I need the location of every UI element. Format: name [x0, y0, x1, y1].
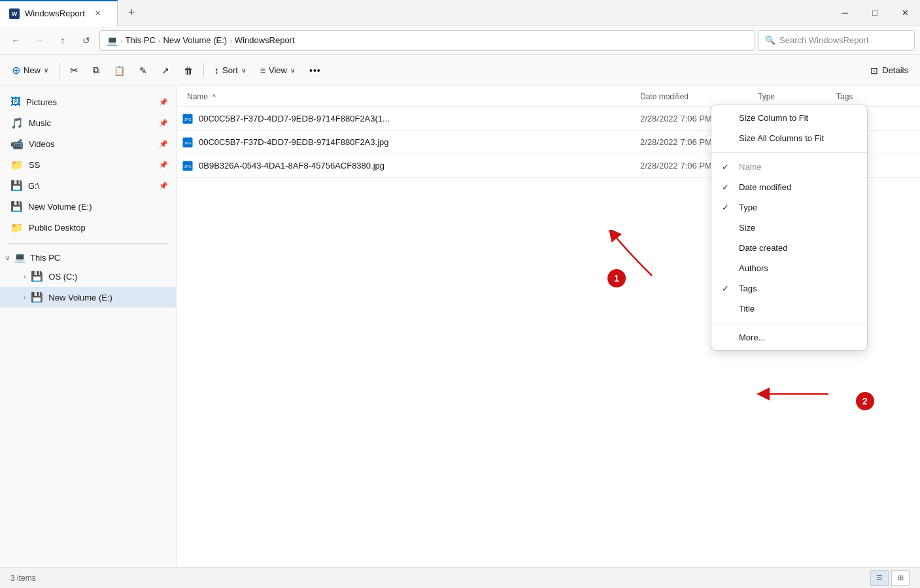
breadcrumb-volume[interactable]: New Volume (E:): [163, 35, 228, 45]
refresh-button[interactable]: ↺: [76, 30, 97, 51]
search-box[interactable]: 🔍 Search WindowsReport: [758, 30, 915, 51]
drive-icon: 💾: [10, 201, 23, 212]
menu-item-date-modified[interactable]: ✓ Date modified: [711, 177, 867, 197]
file-area: Name ^ Date modified Type Tags 00C0C5B7-…: [177, 86, 920, 567]
maximize-button[interactable]: □: [860, 0, 890, 26]
menu-item-size-all-columns[interactable]: Size All Columns to Fit: [711, 128, 867, 148]
cut-icon: ✂: [70, 65, 78, 76]
collapse-icon: ›: [24, 273, 26, 280]
sort-chevron-icon: ∨: [241, 67, 246, 74]
window-icon: W: [9, 8, 20, 19]
menu-item-date-created[interactable]: Date created: [711, 238, 867, 258]
breadcrumb-sep-1: ›: [158, 37, 161, 44]
list-view-icon: ☰: [876, 574, 883, 582]
check-date: ✓: [722, 182, 732, 192]
delete-button[interactable]: 🗑: [177, 62, 199, 79]
sidebar-label: SS: [29, 160, 40, 170]
details-icon: ⊡: [870, 65, 878, 76]
item-count: 3 items: [10, 574, 36, 583]
check-name: ✓: [722, 162, 732, 172]
menu-item-type[interactable]: ✓ Type: [711, 197, 867, 218]
menu-label: Authors: [739, 263, 857, 273]
share-button[interactable]: ↗: [155, 62, 176, 79]
pin-icon: 📌: [159, 140, 168, 148]
sidebar-item-g-drive[interactable]: 💾 G:\ 📌: [0, 175, 176, 196]
list-view-button[interactable]: ☰: [870, 570, 889, 586]
share-icon: ↗: [162, 65, 169, 76]
paste-button[interactable]: 📋: [107, 62, 131, 79]
forward-button[interactable]: →: [29, 30, 50, 51]
refresh-icon: ↺: [82, 35, 90, 46]
col-name-header[interactable]: Name ^: [182, 92, 640, 101]
menu-label: Type: [739, 203, 857, 212]
this-pc-label: This PC: [30, 253, 60, 263]
toolbar-sep-1: [59, 63, 60, 78]
breadcrumb-sep-0: ›: [120, 37, 123, 44]
sort-label: Sort: [222, 65, 238, 75]
tab-close-button[interactable]: ✕: [93, 8, 103, 19]
file-name-2: 0B9B326A-0543-4DA1-8AF8-45756ACF8380.jpg: [199, 161, 640, 171]
copy-icon: ⧉: [93, 65, 99, 76]
pin-icon: 📌: [159, 182, 168, 190]
menu-item-more[interactable]: More...: [711, 327, 867, 348]
sidebar-label: New Volume (E:): [48, 293, 112, 302]
menu-item-authors[interactable]: Authors: [711, 258, 867, 278]
pin-icon: 📌: [159, 161, 168, 169]
this-pc-group[interactable]: ∨ 💻 This PC: [0, 249, 176, 266]
sidebar-label: Videos: [29, 139, 55, 149]
menu-item-title[interactable]: Title: [711, 299, 867, 319]
sort-button[interactable]: ↕ Sort ∨: [208, 62, 252, 79]
sidebar-item-music[interactable]: 🎵 Music 📌: [0, 112, 176, 133]
col-tags-header[interactable]: Tags: [836, 92, 915, 101]
view-button[interactable]: ≡ View ∨: [254, 62, 301, 79]
minimize-button[interactable]: ─: [830, 0, 860, 26]
view-chevron-icon: ∨: [290, 67, 295, 74]
new-button[interactable]: ⊕ New ∨: [5, 61, 55, 80]
menu-item-name[interactable]: ✓ Name: [711, 157, 867, 177]
menu-section-top: Size Column to Fit Size All Columns to F…: [711, 105, 867, 151]
sidebar-item-ss[interactable]: 📁 SS 📌: [0, 154, 176, 175]
up-button[interactable]: ↑: [52, 30, 73, 51]
menu-item-size[interactable]: Size: [711, 218, 867, 238]
collapse-icon: ›: [24, 294, 26, 301]
date-col-label: Date modified: [640, 92, 689, 101]
close-button[interactable]: ✕: [890, 0, 920, 26]
menu-section-columns: ✓ Name ✓ Date modified ✓ Type Size: [711, 154, 867, 321]
sidebar-label: Pictures: [26, 97, 57, 107]
back-button[interactable]: ←: [5, 30, 26, 51]
more-button[interactable]: •••: [303, 62, 328, 79]
col-date-header[interactable]: Date modified: [640, 92, 758, 101]
sidebar-item-new-volume-tree[interactable]: › 💾 New Volume (E:): [0, 287, 176, 308]
new-label: New: [24, 65, 41, 75]
menu-item-size-column[interactable]: Size Column to Fit: [711, 108, 867, 128]
sidebar-item-public-desktop[interactable]: 📁 Public Desktop: [0, 217, 176, 238]
breadcrumb-this-pc[interactable]: This PC: [126, 35, 156, 45]
details-button[interactable]: ⊡ Details: [864, 62, 915, 79]
drive-icon: 💾: [10, 180, 23, 191]
sidebar-item-pictures[interactable]: 🖼 Pictures 📌: [0, 91, 176, 112]
sidebar-item-new-volume[interactable]: 💾 New Volume (E:): [0, 196, 176, 217]
file-icon-1: [182, 137, 194, 148]
cut-button[interactable]: ✂: [63, 61, 85, 80]
file-name-1: 00C0C5B7-F37D-4DD7-9EDB-9714F880F2A3.jpg: [199, 137, 640, 147]
type-col-label: Type: [758, 92, 775, 101]
rename-button[interactable]: ✎: [133, 62, 154, 79]
new-tab-button[interactable]: +: [120, 2, 143, 24]
sidebar-label: G:\: [28, 181, 39, 191]
pin-icon: 📌: [159, 98, 168, 106]
pin-icon: 📌: [159, 119, 168, 127]
sidebar-item-videos[interactable]: 📹 Videos 📌: [0, 133, 176, 154]
pictures-icon: 🖼: [10, 96, 21, 108]
copy-button[interactable]: ⧉: [86, 61, 106, 79]
col-type-header[interactable]: Type: [758, 92, 836, 101]
new-chevron-icon: ∨: [44, 67, 48, 74]
check-tags: ✓: [722, 284, 732, 293]
folder-icon: 📁: [10, 221, 24, 234]
more-icon: •••: [309, 65, 321, 76]
sidebar-item-os[interactable]: › 💾 OS (C:): [0, 266, 176, 287]
rename-icon: ✎: [139, 65, 147, 76]
column-context-menu: Size Column to Fit Size All Columns to F…: [711, 105, 868, 351]
grid-view-button[interactable]: ⊞: [891, 570, 910, 586]
menu-item-tags[interactable]: ✓ Tags: [711, 278, 867, 299]
breadcrumb-folder[interactable]: WindowsReport: [235, 35, 295, 45]
